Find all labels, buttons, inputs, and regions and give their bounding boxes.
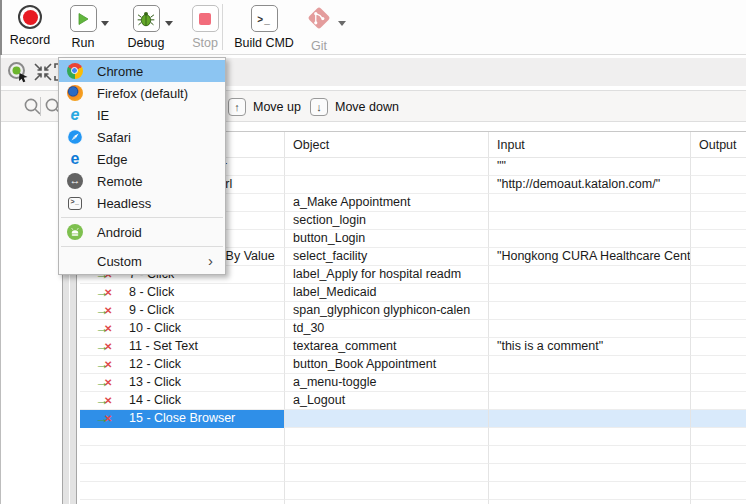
output-cell[interactable] — [690, 212, 746, 230]
object-cell[interactable]: textarea_comment — [284, 338, 488, 356]
output-cell[interactable] — [690, 320, 746, 338]
object-cell[interactable]: label_Apply for hospital readm — [284, 266, 488, 284]
table-row[interactable]: →✕ 10 - Click td_30 — [80, 320, 746, 338]
empty-table-row[interactable] — [80, 428, 746, 446]
output-cell[interactable] — [690, 284, 746, 302]
move-down-button[interactable]: ↓ Move down — [310, 97, 399, 117]
table-row[interactable]: →✕ 14 - Click a_Logout — [80, 392, 746, 410]
column-header-object[interactable]: Object — [284, 132, 488, 157]
table-row[interactable]: →✕ 12 - Click button_Book Appointment — [80, 356, 746, 374]
input-cell[interactable]: "this is a comment" — [488, 338, 690, 356]
window-edge-top — [0, 0, 2, 55]
collapse-all-icon[interactable] — [32, 61, 54, 86]
menu-item-firefox[interactable]: Firefox (default) — [59, 82, 225, 104]
debug-dropdown-caret-icon[interactable] — [165, 21, 173, 26]
output-cell[interactable] — [690, 356, 746, 374]
output-cell[interactable] — [690, 410, 746, 428]
menu-item-safari[interactable]: Safari — [59, 126, 225, 148]
step-cell[interactable]: →✕ 8 - Click — [80, 284, 284, 302]
spy-web-icon[interactable] — [6, 60, 30, 87]
step-cell[interactable]: →✕ 11 - Set Text — [80, 338, 284, 356]
input-cell[interactable] — [488, 302, 690, 320]
step-label: 11 - Set Text — [129, 338, 198, 355]
input-cell[interactable] — [488, 392, 690, 410]
debug-button[interactable]: Debug — [120, 5, 172, 50]
object-cell[interactable] — [284, 158, 488, 176]
step-cell[interactable]: →✕ 13 - Click — [80, 374, 284, 392]
move-up-button[interactable]: ↑ Move up — [228, 97, 301, 117]
android-icon — [67, 224, 83, 240]
input-cell[interactable] — [488, 230, 690, 248]
menu-item-chrome[interactable]: Chrome — [59, 60, 225, 82]
step-cell[interactable]: →✕ 14 - Click — [80, 392, 284, 410]
headless-icon — [67, 195, 83, 211]
object-cell[interactable] — [284, 176, 488, 194]
table-row[interactable]: →✕ 8 - Click label_Medicaid — [80, 284, 746, 302]
output-cell[interactable] — [690, 302, 746, 320]
input-cell[interactable] — [488, 356, 690, 374]
menu-item-edge[interactable]: e Edge — [59, 148, 225, 170]
output-cell[interactable] — [690, 158, 746, 176]
step-cell[interactable]: →✕ 10 - Click — [80, 320, 284, 338]
object-cell[interactable]: td_30 — [284, 320, 488, 338]
menu-item-android[interactable]: Android — [59, 221, 225, 243]
output-cell[interactable] — [690, 176, 746, 194]
run-label: Run — [72, 36, 95, 50]
debug-label: Debug — [128, 36, 165, 50]
build-cmd-button[interactable]: Build CMD — [229, 5, 299, 50]
output-cell[interactable] — [690, 392, 746, 410]
object-cell[interactable]: button_Book Appointment — [284, 356, 488, 374]
object-cell[interactable]: a_menu-toggle — [284, 374, 488, 392]
test-step-icon: →✕ — [95, 393, 117, 409]
input-cell[interactable] — [488, 410, 690, 428]
arrow-up-icon: ↑ — [228, 98, 246, 116]
menu-item-custom[interactable]: Custom › — [59, 250, 225, 272]
step-cell[interactable]: →✕ 15 - Close Browser — [80, 410, 284, 428]
column-header-input[interactable]: Input — [488, 132, 690, 157]
object-cell[interactable] — [284, 410, 488, 428]
menu-item-headless[interactable]: Headless — [59, 192, 225, 214]
object-cell[interactable]: a_Make Appointment — [284, 194, 488, 212]
input-cell[interactable] — [488, 266, 690, 284]
output-cell[interactable] — [690, 194, 746, 212]
empty-table-row[interactable] — [80, 446, 746, 464]
input-cell[interactable] — [488, 212, 690, 230]
output-cell[interactable] — [690, 338, 746, 356]
table-row[interactable]: →✕ 13 - Click a_menu-toggle — [80, 374, 746, 392]
object-cell[interactable]: label_Medicaid — [284, 284, 488, 302]
run-button[interactable]: Run — [60, 5, 106, 50]
table-row[interactable]: →✕ 11 - Set Text textarea_comment "this … — [80, 338, 746, 356]
empty-table-row[interactable] — [80, 500, 746, 504]
output-cell[interactable] — [690, 374, 746, 392]
submenu-arrow-icon: › — [208, 250, 213, 272]
input-cell[interactable]: "" — [488, 158, 690, 176]
table-row[interactable]: →✕ 9 - Click span_glyphicon glyphicon-ca… — [80, 302, 746, 320]
empty-table-row[interactable] — [80, 482, 746, 500]
input-cell[interactable]: "Hongkong CURA Healthcare Center" — [488, 248, 690, 266]
git-icon — [305, 4, 333, 35]
object-cell[interactable]: span_glyphicon glyphicon-calen — [284, 302, 488, 320]
output-cell[interactable] — [690, 266, 746, 284]
step-cell[interactable]: →✕ 9 - Click — [80, 302, 284, 320]
run-dropdown-caret-icon[interactable] — [101, 21, 109, 26]
object-cell[interactable]: a_Logout — [284, 392, 488, 410]
menu-item-ie[interactable]: e IE — [59, 104, 225, 126]
record-button[interactable]: Record — [2, 5, 58, 47]
input-cell[interactable] — [488, 194, 690, 212]
menu-item-remote[interactable]: ↔ Remote — [59, 170, 225, 192]
column-header-output[interactable]: Output — [690, 132, 746, 157]
output-cell[interactable] — [690, 230, 746, 248]
ie-icon: e — [67, 107, 83, 123]
input-cell[interactable] — [488, 320, 690, 338]
input-cell[interactable]: "http://demoaut.katalon.com/" — [488, 176, 690, 194]
output-cell[interactable] — [690, 248, 746, 266]
object-cell[interactable]: button_Login — [284, 230, 488, 248]
step-cell[interactable]: →✕ 12 - Click — [80, 356, 284, 374]
object-cell[interactable]: section_login — [284, 212, 488, 230]
table-row[interactable]: →✕ 15 - Close Browser — [80, 410, 746, 428]
input-cell[interactable] — [488, 284, 690, 302]
input-cell[interactable] — [488, 374, 690, 392]
empty-table-row[interactable] — [80, 464, 746, 482]
git-dropdown-caret-icon[interactable] — [338, 21, 346, 26]
object-cell[interactable]: select_facility — [284, 248, 488, 266]
